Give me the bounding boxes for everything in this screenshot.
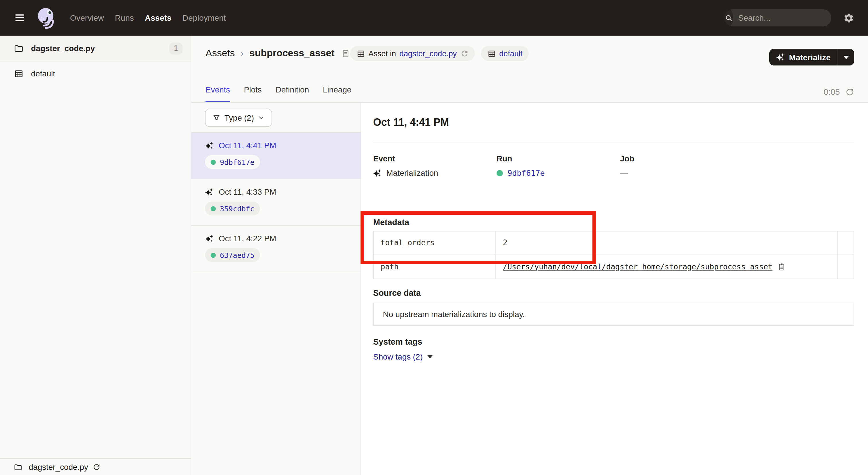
tag-prefix: Asset in [368,49,396,58]
job-column: Job — [620,154,743,177]
dagster-logo-icon[interactable] [36,6,57,29]
tag-asset-in-code-location[interactable]: Asset in dagster_code.py [350,46,474,61]
run-tag[interactable]: 637aed75 [205,248,260,262]
grid-icon [487,49,496,58]
tab-lineage[interactable]: Lineage [323,85,352,102]
asset-tabs: Events Plots Definition Lineage [206,85,351,102]
events-content: Type (2) Oct 11, 4:41 PM 9dbf617e [191,103,868,475]
reload-icon[interactable] [92,463,100,471]
event-list-item[interactable]: Oct 11, 4:41 PM 9dbf617e [191,133,361,179]
sparkles-icon [776,53,785,61]
page-title: subprocess_asset [249,48,335,59]
search-input[interactable] [738,13,831,22]
run-id-link[interactable]: 9dbf617e [220,158,254,166]
filter-funnel-icon [212,114,220,122]
caret-down-icon [843,55,849,59]
show-tags-label: Show tags (2) [373,352,423,361]
run-column-label: Run [497,154,620,163]
grid-icon [356,49,365,58]
job-empty-value: — [620,168,628,177]
run-id-link[interactable]: 359cdbfc [220,204,254,213]
event-summary-columns: Event Materialization Run 9dbf617e [373,154,854,177]
copy-icon[interactable] [341,49,350,58]
run-column: Run 9dbf617e [497,154,620,177]
menu-icon[interactable] [14,12,26,23]
sidebar-footer-label: dagster_code.py [29,463,88,472]
event-type-value: Materialization [386,168,438,177]
refresh-countdown: 0:05 [824,87,840,96]
nav-right: / [724,9,854,26]
refresh-status: 0:05 [824,87,854,96]
run-id-link[interactable]: 637aed75 [220,251,254,259]
event-detail-title: Oct 11, 4:41 PM [373,115,854,129]
metadata-key: path [374,255,496,278]
search-box[interactable]: / [724,9,831,26]
asset-header: Assets › subprocess_asset Asset in dagst… [191,36,868,103]
source-data-heading: Source data [373,288,854,298]
event-list-item[interactable]: Oct 11, 4:33 PM 359cdbfc [191,179,361,226]
nav-item-runs[interactable]: Runs [115,13,134,22]
grid-icon [14,69,24,79]
dagster-app: Overview Runs Assets Deployment / dagste… [0,0,868,475]
run-success-dot [211,159,216,165]
event-list-item[interactable]: Oct 11, 4:22 PM 637aed75 [191,226,361,272]
type-filter-label: Type (2) [224,113,254,122]
sidebar-item-default-group[interactable]: default [0,61,191,86]
run-id-link[interactable]: 9dbf617e [507,168,545,177]
sidebar-item-label: dagster_code.py [31,43,95,53]
metadata-value: 2 [503,238,507,247]
gear-icon[interactable] [843,12,854,23]
nav-item-deployment[interactable]: Deployment [183,13,226,22]
nav-item-assets[interactable]: Assets [145,13,172,22]
event-detail-panel: Oct 11, 4:41 PM Event Materialization Ru… [361,103,868,475]
show-tags-toggle[interactable]: Show tags (2) [373,352,433,361]
run-tag[interactable]: 9dbf617e [205,155,260,169]
search-icon [724,9,733,26]
divider [373,142,854,143]
nav-item-overview[interactable]: Overview [70,13,104,22]
metadata-key: total_orders [374,232,496,254]
chevron-down-icon [258,114,265,121]
run-success-dot [211,253,216,258]
table-gutter-cell [838,255,854,278]
reload-icon[interactable] [460,50,468,57]
tab-events[interactable]: Events [206,85,230,102]
metadata-heading: Metadata [373,218,854,228]
materialize-button[interactable]: Materialize [770,49,838,65]
primary-nav: Overview Runs Assets Deployment [70,13,226,22]
table-row: total_orders 2 [374,232,854,255]
main-pane: Assets › subprocess_asset Asset in dagst… [191,36,868,475]
materialize-label: Materialize [789,53,831,62]
tag-default-group[interactable]: default [481,46,529,61]
sidebar-footer-code-location[interactable]: dagster_code.py [0,458,191,475]
breadcrumb: Assets › subprocess_asset Asset in dagst… [191,36,868,71]
sidebar-item-code-location[interactable]: dagster_code.py 1 [0,36,191,61]
copy-icon[interactable] [777,262,786,271]
type-filter-button[interactable]: Type (2) [205,109,272,127]
event-column: Event Materialization [373,154,497,177]
asset-count-badge: 1 [169,42,183,54]
tab-definition[interactable]: Definition [276,85,309,102]
tag-code-location-link[interactable]: dagster_code.py [400,49,457,58]
materialize-dropdown-button[interactable] [838,49,854,65]
event-column-label: Event [373,154,497,163]
table-gutter-cell [838,232,854,254]
table-row: path /Users/yuhan/dev/local/dagster_home… [374,255,854,278]
run-success-dot [497,170,503,176]
job-column-label: Job [620,154,743,163]
materialization-sparkles-icon [373,169,382,177]
refresh-icon[interactable] [845,87,854,96]
materialize-split-button: Materialize [770,49,854,65]
metadata-table: total_orders 2 path /Users/yuhan/dev/loc… [373,231,854,279]
run-tag[interactable]: 359cdbfc [205,202,260,215]
tag-group-link[interactable]: default [499,49,522,58]
breadcrumb-assets-link[interactable]: Assets [206,48,235,59]
path-link[interactable]: /Users/yuhan/dev/local/dagster_home/stor… [503,262,772,271]
caret-down-icon [427,355,433,358]
event-timestamp: Oct 11, 4:22 PM [219,234,276,243]
folder-icon [14,463,22,471]
materialization-sparkles-icon [205,234,214,243]
event-timestamp: Oct 11, 4:33 PM [219,187,276,197]
tab-plots[interactable]: Plots [244,85,262,102]
source-data-empty-text: No upstream materializations to display. [383,309,525,319]
